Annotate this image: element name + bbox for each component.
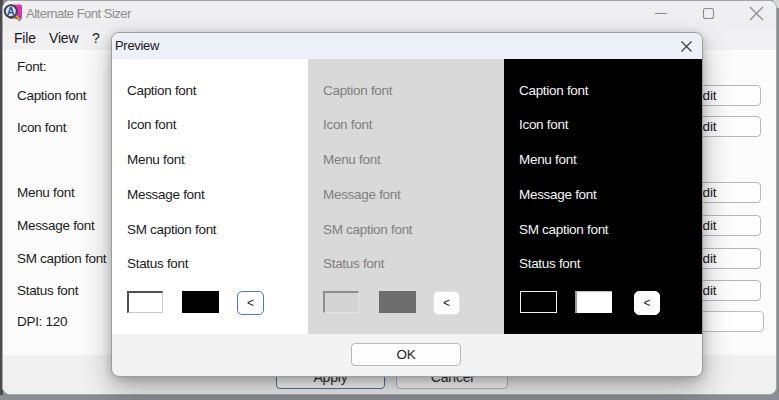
svg-text:A: A — [7, 5, 15, 17]
